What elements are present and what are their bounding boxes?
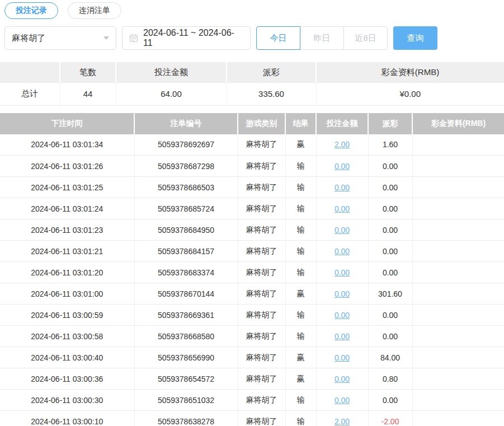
bet-amount-link[interactable]: 0.00 xyxy=(335,268,350,277)
result-cell: 输 xyxy=(285,390,316,411)
query-button[interactable]: 查询 xyxy=(393,26,437,50)
summary-header-row: 笔数 投注金额 派彩 彩金资料(RMB) xyxy=(0,62,504,83)
last-8-days-button[interactable]: 近8日 xyxy=(343,26,388,50)
payout-cell: 301.60 xyxy=(368,283,412,305)
bet-amount-cell: 0.00 xyxy=(316,326,368,347)
bet-amount-link[interactable]: 0.00 xyxy=(335,204,350,213)
game-select[interactable]: 麻将胡了 xyxy=(4,26,116,50)
result-cell: 输 xyxy=(285,177,316,198)
summary-total-bet-amount: 64.00 xyxy=(116,83,227,105)
payout-cell: 0.00 xyxy=(368,390,412,411)
bonus-cell xyxy=(412,156,504,177)
top-tabs: 投注记录 连消注单 xyxy=(0,0,504,19)
payout-cell: 1.60 xyxy=(368,134,412,156)
order-no-cell: 5059378654572 xyxy=(134,368,238,390)
result-cell: 输 xyxy=(285,411,316,426)
col-header-bonus: 彩金资料(RMB) xyxy=(412,113,504,134)
order-no-cell: 5059378684950 xyxy=(134,219,238,241)
bet-time-cell: 2024-06-11 03:00:36 xyxy=(0,368,134,390)
col-header-bet-amount: 投注金额 xyxy=(316,113,368,134)
bet-amount-link[interactable]: 2.00 xyxy=(335,140,350,149)
game-type-cell: 麻将胡了 xyxy=(238,134,285,156)
date-range-input[interactable]: 2024-06-11 ~ 2024-06-11 xyxy=(122,26,251,50)
summary-total-bonus: ¥0.00 xyxy=(316,83,504,105)
bonus-cell xyxy=(412,305,504,326)
bet-time-cell: 2024-06-11 03:00:59 xyxy=(0,305,134,326)
bet-amount-link[interactable]: 0.00 xyxy=(335,289,350,298)
order-no-cell: 5059378683374 xyxy=(134,262,238,283)
order-no-cell: 5059378651032 xyxy=(134,390,238,411)
order-no-cell: 5059378670144 xyxy=(134,283,238,305)
table-row: 2024-06-11 03:01:205059378683374麻将胡了输0.0… xyxy=(0,262,504,283)
table-row: 2024-06-11 03:00:305059378651032麻将胡了输0.0… xyxy=(0,390,504,411)
payout-cell: 0.00 xyxy=(368,326,412,347)
yesterday-button[interactable]: 昨日 xyxy=(300,26,344,50)
bet-time-cell: 2024-06-11 03:01:00 xyxy=(0,283,134,305)
game-type-cell: 麻将胡了 xyxy=(238,390,285,411)
payout-cell: 0.00 xyxy=(368,198,412,219)
bet-time-cell: 2024-06-11 03:01:26 xyxy=(0,156,134,177)
bet-amount-cell: 0.00 xyxy=(316,177,368,198)
bet-amount-link[interactable]: 0.00 xyxy=(335,311,350,320)
bet-amount-link[interactable]: 0.00 xyxy=(335,162,350,171)
today-button[interactable]: 今日 xyxy=(256,26,300,50)
summary-header-empty xyxy=(0,62,60,83)
result-cell: 输 xyxy=(285,262,316,283)
summary-header-bonus: 彩金资料(RMB) xyxy=(316,62,504,83)
payout-cell: 84.00 xyxy=(368,347,412,368)
bet-amount-link[interactable]: 0.00 xyxy=(335,374,350,383)
bet-amount-link[interactable]: 0.00 xyxy=(335,396,350,405)
bet-amount-cell: 0.00 xyxy=(316,156,368,177)
bet-amount-cell: 2.00 xyxy=(316,411,368,426)
bet-amount-link[interactable]: 0.00 xyxy=(335,226,350,235)
bet-time-cell: 2024-06-11 03:01:34 xyxy=(0,134,134,156)
date-range-value: 2024-06-11 ~ 2024-06-11 xyxy=(143,28,243,48)
order-no-cell: 5059378685724 xyxy=(134,198,238,219)
game-type-cell: 麻将胡了 xyxy=(238,177,285,198)
game-select-value: 麻将胡了 xyxy=(12,33,45,44)
table-row: 2024-06-11 03:00:405059378656990麻将胡了赢0.0… xyxy=(0,347,504,368)
result-cell: 赢 xyxy=(285,368,316,390)
tab-bet-records[interactable]: 投注记录 xyxy=(4,2,58,19)
payout-cell: 0.00 xyxy=(368,305,412,326)
bet-time-cell: 2024-06-11 03:01:24 xyxy=(0,198,134,219)
result-cell: 输 xyxy=(285,219,316,241)
bet-amount-cell: 0.00 xyxy=(316,390,368,411)
bet-amount-cell: 0.00 xyxy=(316,368,368,390)
bet-amount-link[interactable]: 0.00 xyxy=(335,353,350,362)
summary-total-payout: 335.60 xyxy=(227,83,316,105)
payout-cell: 0.00 xyxy=(368,219,412,241)
date-quick-buttons: 今日 昨日 近8日 xyxy=(256,26,388,50)
game-type-cell: 麻将胡了 xyxy=(238,198,285,219)
summary-header-bet-amount: 投注金额 xyxy=(116,62,227,83)
bet-amount-cell: 0.00 xyxy=(316,347,368,368)
bonus-cell xyxy=(412,219,504,241)
game-type-cell: 麻将胡了 xyxy=(238,411,285,426)
bet-time-cell: 2024-06-11 03:01:20 xyxy=(0,262,134,283)
table-row: 2024-06-11 03:01:245059378685724麻将胡了输0.0… xyxy=(0,198,504,219)
result-cell: 输 xyxy=(285,326,316,347)
bet-time-cell: 2024-06-11 03:01:23 xyxy=(0,219,134,241)
summary-header-count: 笔数 xyxy=(60,62,116,83)
table-row: 2024-06-11 03:00:105059378638278麻将胡了输2.0… xyxy=(0,411,504,426)
col-header-payout: 派彩 xyxy=(368,113,412,134)
bet-amount-cell: 0.00 xyxy=(316,262,368,283)
chevron-down-icon xyxy=(103,36,109,40)
bet-time-cell: 2024-06-11 03:00:58 xyxy=(0,326,134,347)
order-no-cell: 5059378669361 xyxy=(134,305,238,326)
bet-amount-link[interactable]: 2.00 xyxy=(335,417,350,426)
order-no-cell: 5059378687298 xyxy=(134,156,238,177)
table-row: 2024-06-11 03:01:005059378670144麻将胡了赢0.0… xyxy=(0,283,504,305)
bet-amount-link[interactable]: 0.00 xyxy=(335,332,350,341)
bonus-cell xyxy=(412,347,504,368)
bet-amount-link[interactable]: 0.00 xyxy=(335,183,350,192)
game-type-cell: 麻将胡了 xyxy=(238,305,285,326)
order-no-cell: 5059378668580 xyxy=(134,326,238,347)
payout-cell: 0.00 xyxy=(368,177,412,198)
bet-amount-link[interactable]: 0.00 xyxy=(335,247,350,256)
order-no-cell: 5059378684157 xyxy=(134,241,238,262)
tab-cancelled-orders[interactable]: 连消注单 xyxy=(68,2,121,19)
bonus-cell xyxy=(412,368,504,390)
game-type-cell: 麻将胡了 xyxy=(238,283,285,305)
summary-total-count: 44 xyxy=(60,83,116,105)
